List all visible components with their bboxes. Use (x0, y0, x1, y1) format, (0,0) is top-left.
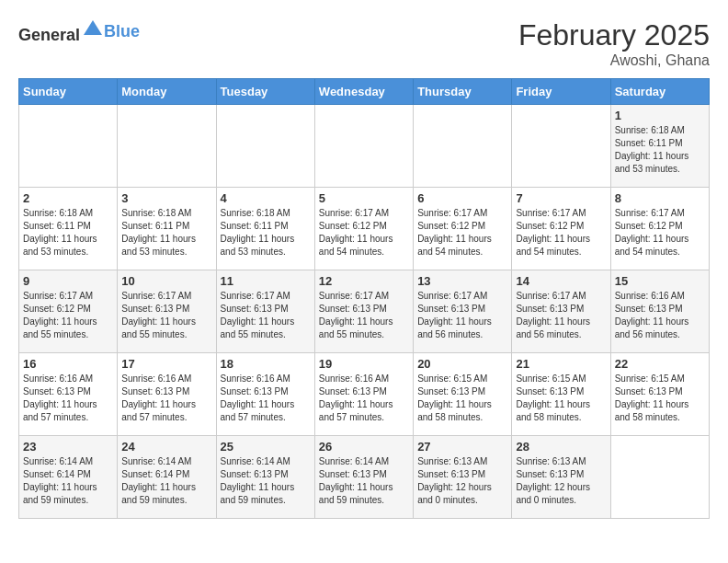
calendar-cell (314, 105, 413, 188)
calendar-week-row: 2Sunrise: 6:18 AM Sunset: 6:11 PM Daylig… (19, 188, 710, 270)
day-info: Sunrise: 6:17 AM Sunset: 6:13 PM Dayligh… (417, 290, 507, 341)
calendar-cell: 18Sunrise: 6:16 AM Sunset: 6:13 PM Dayli… (216, 353, 314, 436)
day-number: 23 (23, 440, 113, 454)
month-title: February 2025 (518, 18, 710, 52)
day-info: Sunrise: 6:17 AM Sunset: 6:13 PM Dayligh… (121, 290, 211, 341)
calendar-cell: 16Sunrise: 6:16 AM Sunset: 6:13 PM Dayli… (19, 353, 118, 436)
day-number: 16 (23, 357, 113, 371)
calendar-cell: 10Sunrise: 6:17 AM Sunset: 6:13 PM Dayli… (118, 270, 216, 353)
day-info: Sunrise: 6:13 AM Sunset: 6:13 PM Dayligh… (417, 455, 507, 507)
calendar-cell: 27Sunrise: 6:13 AM Sunset: 6:13 PM Dayli… (414, 436, 512, 519)
day-number: 9 (23, 274, 113, 288)
calendar-cell: 12Sunrise: 6:17 AM Sunset: 6:13 PM Dayli… (314, 270, 413, 353)
calendar-cell: 2Sunrise: 6:18 AM Sunset: 6:11 PM Daylig… (19, 188, 118, 270)
weekday-header-row: SundayMondayTuesdayWednesdayThursdayFrid… (19, 79, 710, 105)
location-title: Awoshi, Ghana (518, 52, 710, 69)
calendar-cell: 26Sunrise: 6:14 AM Sunset: 6:13 PM Dayli… (314, 436, 413, 519)
day-info: Sunrise: 6:18 AM Sunset: 6:11 PM Dayligh… (221, 207, 311, 259)
day-number: 22 (615, 357, 705, 371)
calendar-cell: 24Sunrise: 6:14 AM Sunset: 6:14 PM Dayli… (118, 436, 216, 519)
weekday-header: Tuesday (216, 79, 314, 105)
calendar-cell: 14Sunrise: 6:17 AM Sunset: 6:13 PM Dayli… (512, 270, 610, 353)
calendar-week-row: 16Sunrise: 6:16 AM Sunset: 6:13 PM Dayli… (19, 353, 710, 436)
calendar-cell: 9Sunrise: 6:17 AM Sunset: 6:12 PM Daylig… (19, 270, 118, 353)
day-info: Sunrise: 6:18 AM Sunset: 6:11 PM Dayligh… (121, 207, 211, 259)
calendar-cell: 7Sunrise: 6:17 AM Sunset: 6:12 PM Daylig… (512, 188, 610, 270)
calendar-cell: 13Sunrise: 6:17 AM Sunset: 6:13 PM Dayli… (414, 270, 512, 353)
day-info: Sunrise: 6:16 AM Sunset: 6:13 PM Dayligh… (615, 290, 705, 341)
day-info: Sunrise: 6:14 AM Sunset: 6:13 PM Dayligh… (221, 455, 311, 507)
calendar-cell: 25Sunrise: 6:14 AM Sunset: 6:13 PM Dayli… (216, 436, 314, 519)
calendar-cell (414, 105, 512, 188)
logo-blue: Blue (104, 22, 140, 41)
day-number: 11 (221, 274, 311, 288)
calendar-cell: 6Sunrise: 6:17 AM Sunset: 6:12 PM Daylig… (414, 188, 512, 270)
day-info: Sunrise: 6:17 AM Sunset: 6:13 PM Dayligh… (516, 290, 606, 341)
calendar-cell: 15Sunrise: 6:16 AM Sunset: 6:13 PM Dayli… (610, 270, 709, 353)
page-header: General Blue February 2025 Awoshi, Ghana (18, 18, 710, 69)
calendar-cell: 5Sunrise: 6:17 AM Sunset: 6:12 PM Daylig… (314, 188, 413, 270)
day-info: Sunrise: 6:18 AM Sunset: 6:11 PM Dayligh… (23, 207, 113, 259)
day-number: 5 (319, 191, 409, 205)
day-info: Sunrise: 6:16 AM Sunset: 6:13 PM Dayligh… (23, 373, 113, 424)
calendar-cell (216, 105, 314, 188)
day-info: Sunrise: 6:16 AM Sunset: 6:13 PM Dayligh… (221, 373, 311, 424)
day-number: 24 (121, 440, 211, 454)
weekday-header: Wednesday (314, 79, 413, 105)
day-number: 27 (417, 440, 507, 454)
weekday-header: Sunday (19, 79, 118, 105)
day-info: Sunrise: 6:14 AM Sunset: 6:14 PM Dayligh… (121, 455, 211, 507)
day-number: 19 (319, 357, 409, 371)
day-info: Sunrise: 6:17 AM Sunset: 6:13 PM Dayligh… (221, 290, 311, 341)
day-number: 15 (615, 274, 705, 288)
day-number: 26 (319, 440, 409, 454)
day-info: Sunrise: 6:17 AM Sunset: 6:12 PM Dayligh… (615, 207, 705, 259)
calendar-cell: 23Sunrise: 6:14 AM Sunset: 6:14 PM Dayli… (19, 436, 118, 519)
calendar-table: SundayMondayTuesdayWednesdayThursdayFrid… (18, 78, 710, 519)
day-info: Sunrise: 6:16 AM Sunset: 6:13 PM Dayligh… (121, 373, 211, 424)
day-number: 3 (121, 191, 211, 205)
calendar-cell (512, 105, 610, 188)
day-info: Sunrise: 6:17 AM Sunset: 6:12 PM Dayligh… (417, 207, 507, 259)
day-info: Sunrise: 6:13 AM Sunset: 6:13 PM Dayligh… (516, 455, 606, 507)
day-number: 18 (221, 357, 311, 371)
calendar-cell (118, 105, 216, 188)
day-number: 21 (516, 357, 606, 371)
weekday-header: Saturday (610, 79, 709, 105)
calendar-cell: 22Sunrise: 6:15 AM Sunset: 6:13 PM Dayli… (610, 353, 709, 436)
day-number: 14 (516, 274, 606, 288)
day-number: 1 (615, 109, 705, 122)
day-number: 13 (417, 274, 507, 288)
calendar-cell: 11Sunrise: 6:17 AM Sunset: 6:13 PM Dayli… (216, 270, 314, 353)
day-number: 20 (417, 357, 507, 371)
day-number: 25 (221, 440, 311, 454)
calendar-week-row: 1Sunrise: 6:18 AM Sunset: 6:11 PM Daylig… (19, 105, 710, 188)
day-number: 7 (516, 191, 606, 205)
day-info: Sunrise: 6:17 AM Sunset: 6:12 PM Dayligh… (319, 207, 409, 259)
day-info: Sunrise: 6:16 AM Sunset: 6:13 PM Dayligh… (319, 373, 409, 424)
logo: General Blue (18, 18, 140, 45)
day-number: 10 (121, 274, 211, 288)
day-info: Sunrise: 6:17 AM Sunset: 6:12 PM Dayligh… (23, 290, 113, 341)
day-info: Sunrise: 6:14 AM Sunset: 6:14 PM Dayligh… (23, 455, 113, 507)
day-info: Sunrise: 6:15 AM Sunset: 6:13 PM Dayligh… (516, 373, 606, 424)
day-number: 28 (516, 440, 606, 454)
calendar-cell: 8Sunrise: 6:17 AM Sunset: 6:12 PM Daylig… (610, 188, 709, 270)
weekday-header: Thursday (414, 79, 512, 105)
day-info: Sunrise: 6:17 AM Sunset: 6:12 PM Dayligh… (516, 207, 606, 259)
day-number: 17 (121, 357, 211, 371)
day-number: 4 (221, 191, 311, 205)
day-number: 6 (417, 191, 507, 205)
calendar-cell: 21Sunrise: 6:15 AM Sunset: 6:13 PM Dayli… (512, 353, 610, 436)
calendar-week-row: 23Sunrise: 6:14 AM Sunset: 6:14 PM Dayli… (19, 436, 710, 519)
day-number: 2 (23, 191, 113, 205)
day-number: 8 (615, 191, 705, 205)
weekday-header: Friday (512, 79, 610, 105)
calendar-cell: 17Sunrise: 6:16 AM Sunset: 6:13 PM Dayli… (118, 353, 216, 436)
calendar-cell: 1Sunrise: 6:18 AM Sunset: 6:11 PM Daylig… (610, 105, 709, 188)
calendar-cell: 3Sunrise: 6:18 AM Sunset: 6:11 PM Daylig… (118, 188, 216, 270)
svg-marker-0 (84, 20, 102, 35)
calendar-cell: 4Sunrise: 6:18 AM Sunset: 6:11 PM Daylig… (216, 188, 314, 270)
calendar-cell (19, 105, 118, 188)
title-block: February 2025 Awoshi, Ghana (518, 18, 710, 69)
